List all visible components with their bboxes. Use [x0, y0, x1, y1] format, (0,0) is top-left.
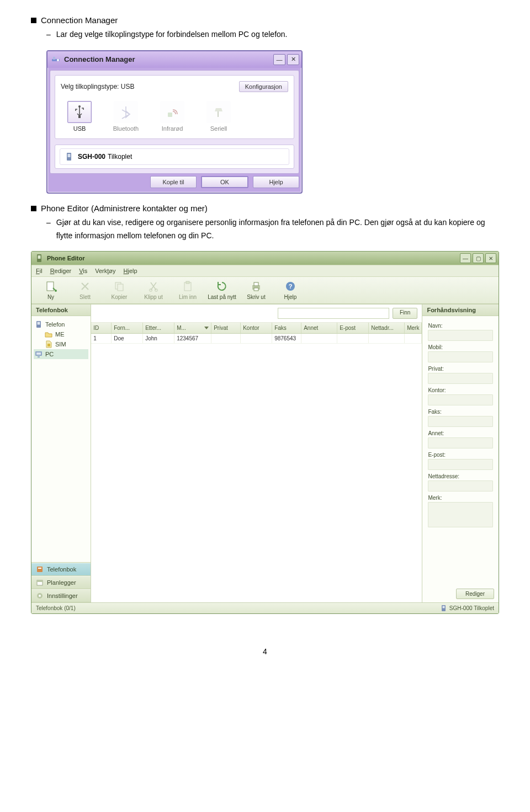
col-privat[interactable]: Privat — [211, 323, 241, 333]
tool-ny[interactable]: Ny — [35, 280, 67, 300]
pv-label-mobil: Mobil: — [428, 344, 493, 350]
section2-desc: Gjør at du kan vise, redigere og organis… — [56, 216, 499, 243]
pe-left-panel: Telefonbok Telefon ME SIM PC — [31, 304, 91, 602]
table-row[interactable]: 1 Doe John 1234567 9876543 — [91, 334, 422, 344]
conn-type-infrared[interactable]: Infrarød — [156, 101, 189, 132]
bullet-square — [31, 18, 36, 23]
cm-title: Connection Manager — [64, 55, 272, 63]
print-icon — [250, 280, 262, 292]
menu-fil[interactable]: Fil — [36, 268, 43, 274]
svg-rect-9 — [38, 255, 41, 259]
tree-sim[interactable]: SIM — [44, 339, 88, 349]
help-button[interactable]: Hjelp — [253, 176, 299, 188]
svg-rect-32 — [37, 580, 43, 582]
grid-header: ID Forn... Etter... M... Privat Kontor F… — [91, 323, 422, 334]
col-epost[interactable]: E-post — [337, 323, 369, 333]
col-forn[interactable]: Forn... — [112, 323, 143, 333]
col-kontor[interactable]: Kontor — [241, 323, 272, 333]
pv-label-nett: Nettadresse: — [428, 473, 493, 479]
conn-type-label: Infrarød — [162, 125, 183, 132]
col-merk[interactable]: Merk — [405, 323, 422, 333]
find-button[interactable]: Finn — [393, 308, 417, 319]
tool-kopier[interactable]: Kopier — [103, 280, 135, 300]
maximize-button[interactable]: ▢ — [473, 253, 484, 263]
conn-type-label: USB — [73, 125, 86, 132]
col-annet[interactable]: Annet — [301, 323, 337, 333]
connection-manager-window: Connection Manager — ✕ Velg tilkoplingst… — [46, 50, 303, 194]
pv-label-faks: Faks: — [428, 409, 493, 415]
pv-field-annet — [428, 437, 493, 448]
col-nett[interactable]: Nettadr... — [369, 323, 405, 333]
conn-type-bluetooth[interactable]: Bluetooth — [109, 101, 142, 132]
svg-rect-25 — [47, 344, 50, 346]
phone-device-icon — [35, 320, 43, 328]
menu-verktoy[interactable]: Verktøy — [95, 268, 115, 274]
minimize-button[interactable]: — — [460, 253, 471, 263]
col-faks[interactable]: Faks — [272, 323, 301, 333]
statusbar: Telefonbok (0/1) SGH-000 Tilkoplet — [31, 602, 499, 613]
preview-header: Forhåndsvisning — [422, 304, 499, 316]
nav-telefonbok[interactable]: Telefonbok — [31, 563, 91, 576]
status-left: Telefonbok (0/1) — [36, 605, 76, 611]
col-id[interactable]: ID — [91, 323, 112, 333]
svg-rect-24 — [38, 322, 40, 325]
menubar: Fil Rediger Vis Verktøy Hjelp — [31, 265, 499, 277]
menu-hjelp[interactable]: Hjelp — [124, 268, 137, 274]
cm-titlebar: Connection Manager — ✕ — [47, 51, 301, 68]
nav-innstillinger[interactable]: Innstillinger — [31, 589, 91, 602]
col-etter[interactable]: Etter... — [143, 323, 174, 333]
pv-label-kontor: Kontor: — [428, 387, 493, 393]
pv-field-privat — [428, 373, 493, 384]
tree-telefon[interactable]: Telefon — [34, 319, 88, 329]
close-button[interactable]: ✕ — [485, 253, 496, 263]
bullet-square — [31, 206, 36, 211]
tree-pc[interactable]: PC — [34, 349, 88, 359]
tool-hjelp[interactable]: ? Hjelp — [274, 280, 306, 300]
svg-rect-20 — [254, 288, 258, 291]
bluetooth-icon — [119, 105, 133, 119]
ok-button[interactable]: OK — [201, 176, 248, 188]
minimize-button[interactable]: — — [273, 54, 285, 65]
page-number: 4 — [31, 647, 499, 656]
pe-title: Phone Editor — [47, 255, 458, 261]
svg-rect-1 — [53, 57, 55, 60]
pv-label-annet: Annet: — [428, 430, 493, 436]
paste-icon — [182, 280, 194, 292]
find-input[interactable] — [278, 308, 389, 319]
conn-type-usb[interactable]: USB — [63, 101, 96, 132]
copy-icon — [113, 280, 125, 292]
menu-vis[interactable]: Vis — [79, 268, 87, 274]
cm-select-label: Velg tilkoplingstype: USB — [61, 83, 134, 90]
serial-icon — [211, 105, 226, 119]
svg-point-11 — [55, 290, 57, 292]
gear-icon — [36, 592, 44, 600]
pv-field-navn — [428, 330, 493, 341]
col-mobil[interactable]: M... — [174, 323, 211, 333]
tool-skrivut[interactable]: Skriv ut — [240, 280, 272, 300]
reload-icon — [216, 280, 228, 292]
pv-field-merk — [428, 502, 493, 527]
usb-icon — [72, 105, 87, 119]
cut-icon — [147, 280, 160, 292]
config-button[interactable]: Konfigurasjon — [239, 81, 288, 92]
tree-me[interactable]: ME — [44, 329, 88, 339]
tool-liminn[interactable]: Lim inn — [172, 280, 204, 300]
nav-planlegger[interactable]: Planlegger — [31, 576, 91, 589]
conn-type-serial[interactable]: Seriell — [202, 101, 235, 132]
connect-button[interactable]: Kople til — [150, 176, 197, 188]
pv-field-faks — [428, 416, 493, 427]
tool-lastpanytt[interactable]: Last på nytt — [206, 280, 238, 300]
svg-rect-28 — [38, 356, 40, 357]
svg-point-2 — [57, 59, 59, 61]
tool-klipput[interactable]: Klipp ut — [137, 280, 169, 300]
pv-field-nett — [428, 480, 493, 492]
tool-slett[interactable]: Slett — [69, 280, 101, 300]
svg-rect-4 — [78, 116, 81, 118]
help-icon: ? — [284, 280, 296, 292]
menu-rediger[interactable]: Rediger — [50, 268, 72, 274]
close-button[interactable]: ✕ — [287, 54, 299, 65]
svg-rect-27 — [36, 352, 41, 355]
conn-type-label: Seriell — [210, 125, 227, 132]
edit-button[interactable]: Rediger — [456, 589, 494, 599]
section2-title: Phone Editor (Administrere kontakter og … — [41, 204, 208, 213]
